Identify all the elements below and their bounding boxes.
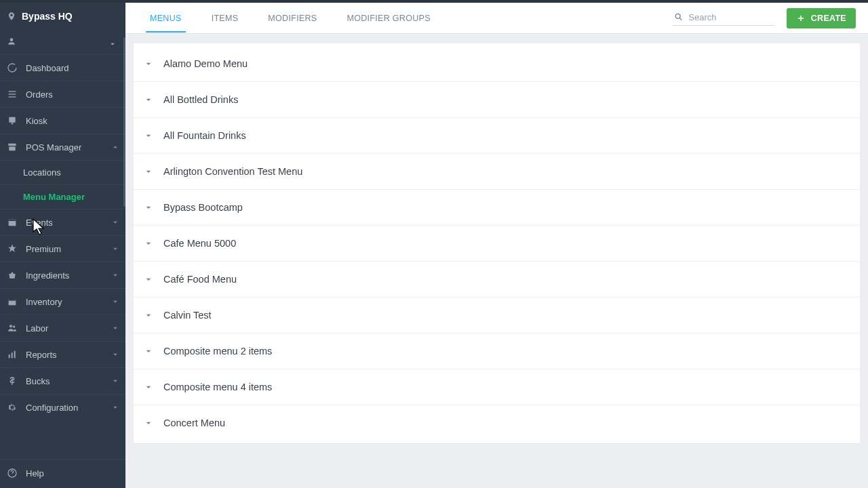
user-icon: [7, 37, 16, 46]
content: Alamo Demo MenuAll Bottled DrinksAll Fou…: [125, 34, 868, 488]
menu-row[interactable]: Cafe Menu 5000: [134, 226, 860, 262]
sidebar-subitem-label: Locations: [23, 167, 61, 178]
svg-rect-12: [12, 352, 13, 358]
brand-name: Bypass HQ: [22, 11, 73, 22]
sidebar-item-orders[interactable]: Orders: [0, 81, 125, 107]
box-icon: [7, 296, 18, 307]
chevron-up-icon: [111, 142, 120, 152]
calendar-icon: [7, 217, 18, 228]
help-section: Help: [0, 459, 125, 488]
store-icon: [7, 142, 18, 152]
people-icon: [7, 323, 18, 333]
user-menu[interactable]: [0, 31, 125, 54]
sidebar-item-dashboard[interactable]: Dashboard: [0, 55, 125, 81]
nav-list: Dashboard Orders Kiosk POS Manager Locat…: [0, 54, 125, 459]
chevron-down-icon: [111, 323, 120, 333]
sidebar-item-label: Kiosk: [26, 116, 47, 126]
sidebar-item-label: Labor: [26, 323, 48, 333]
chevron-down-icon: [143, 94, 154, 105]
svg-point-15: [675, 14, 680, 18]
sidebar-item-bucks[interactable]: Bucks: [0, 368, 125, 394]
menu-row[interactable]: Arlington Convention Test Menu: [134, 154, 860, 190]
sidebar-subitem-menu-manager[interactable]: Menu Manager: [0, 184, 125, 209]
menu-name: All Bottled Drinks: [163, 94, 238, 105]
svg-point-9: [9, 325, 12, 327]
tab-label: MODIFIERS: [268, 14, 317, 23]
sidebar-item-configuration[interactable]: Configuration: [0, 394, 125, 420]
window-top-strip: [0, 0, 868, 3]
menu-name: All Fountain Drinks: [163, 130, 246, 141]
sidebar-item-help[interactable]: Help: [0, 460, 125, 488]
chevron-down-icon: [111, 376, 120, 386]
menu-name: Arlington Convention Test Menu: [163, 166, 302, 177]
tab-items[interactable]: ITEMS: [208, 4, 243, 33]
chevron-down-icon: [143, 418, 154, 428]
sidebar-item-label: Bucks: [26, 376, 50, 386]
basket-icon: [7, 270, 18, 281]
refresh-icon: [7, 62, 18, 73]
menu-row[interactable]: All Bottled Drinks: [134, 82, 860, 118]
menu-row[interactable]: Café Food Menu: [134, 262, 860, 298]
sidebar-item-label: Events: [26, 218, 53, 228]
search-field[interactable]: [673, 10, 774, 26]
sidebar-item-events[interactable]: Events: [0, 209, 125, 235]
svg-rect-2: [9, 96, 16, 97]
menu-row[interactable]: Composite menu 4 items: [134, 369, 860, 405]
sidebar-item-label: Inventory: [26, 297, 62, 307]
sidebar-item-label: Help: [26, 468, 44, 479]
sidebar-item-label: Orders: [26, 89, 53, 100]
chevron-down-icon: [111, 218, 120, 227]
tabs: MENUS ITEMS MODIFIERS MODIFIER GROUPS: [146, 4, 435, 33]
kiosk-icon: [7, 115, 18, 126]
sidebar-item-label: Ingredients: [26, 270, 69, 281]
chevron-down-icon: [143, 166, 154, 177]
sidebar-subitem-locations[interactable]: Locations: [0, 160, 125, 184]
svg-point-10: [13, 325, 15, 327]
sidebar-item-premium[interactable]: Premium: [0, 236, 125, 262]
chevron-down-icon: [143, 130, 154, 141]
chevron-down-icon: [111, 403, 120, 412]
chevron-down-icon: [143, 58, 154, 69]
tab-modifiers[interactable]: MODIFIERS: [264, 4, 321, 33]
menu-row[interactable]: All Fountain Drinks: [134, 118, 860, 154]
svg-rect-8: [9, 299, 16, 301]
svg-rect-1: [9, 94, 16, 94]
chevron-down-icon: [111, 297, 120, 306]
menu-name: Calvin Test: [163, 310, 212, 321]
menu-row[interactable]: Alamo Demo Menu: [134, 46, 860, 82]
chevron-down-icon: [143, 346, 154, 357]
sidebar-item-labor[interactable]: Labor: [0, 315, 125, 341]
svg-rect-4: [12, 123, 14, 124]
menu-name: Café Food Menu: [163, 274, 237, 285]
dollar-icon: [7, 375, 18, 386]
menu-row[interactable]: Composite menu 2 items: [134, 333, 860, 369]
tab-modifier-groups[interactable]: MODIFIER GROUPS: [343, 4, 435, 33]
sidebar-item-label: POS Manager: [26, 142, 81, 152]
chevron-down-icon: [111, 270, 120, 280]
main: MENUS ITEMS MODIFIERS MODIFIER GROUPS CR…: [125, 0, 868, 488]
sidebar-submenu-pos: Locations Menu Manager: [0, 160, 125, 209]
sidebar-item-kiosk[interactable]: Kiosk: [0, 108, 125, 134]
menu-row[interactable]: Calvin Test: [134, 298, 860, 333]
menu-name: Composite menu 4 items: [163, 382, 272, 392]
list-icon: [7, 89, 18, 100]
menu-row[interactable]: Bypass Bootcamp: [134, 190, 860, 226]
create-button[interactable]: CREATE: [787, 8, 856, 28]
sidebar-item-reports[interactable]: Reports: [0, 342, 125, 367]
plus-icon: [796, 14, 806, 23]
sidebar-item-inventory[interactable]: Inventory: [0, 289, 125, 314]
tab-label: MENUS: [150, 14, 182, 23]
menu-name: Composite menu 2 items: [163, 346, 272, 357]
chevron-down-icon: [108, 39, 117, 49]
help-icon: [7, 468, 18, 479]
menus-panel: Alamo Demo MenuAll Bottled DrinksAll Fou…: [134, 43, 860, 443]
svg-rect-3: [9, 117, 15, 123]
search-input[interactable]: [688, 12, 772, 22]
svg-rect-6: [9, 219, 16, 221]
chevron-down-icon: [111, 350, 120, 359]
menu-row[interactable]: Concert Menu: [134, 405, 860, 441]
sidebar-item-pos-manager[interactable]: POS Manager: [0, 134, 125, 160]
sidebar-item-ingredients[interactable]: Ingredients: [0, 262, 125, 288]
gear-icon: [7, 402, 18, 413]
tab-menus[interactable]: MENUS: [146, 4, 186, 33]
